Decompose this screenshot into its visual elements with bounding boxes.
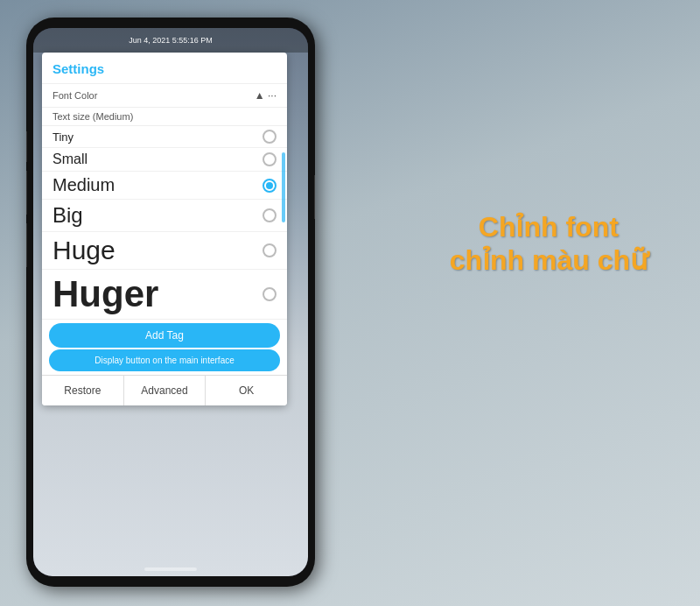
radio-huger [262,287,276,301]
status-bar-text: Jun 4, 2021 5:55:16 PM [129,36,213,45]
text-size-label: Text size (Medium) [42,108,287,126]
font-color-label: Font Color [52,90,97,101]
font-option-medium[interactable]: Medium [42,172,287,200]
font-color-row[interactable]: Font Color ▲ ··· [42,84,287,108]
phone-screen: Jun 4, 2021 5:55:16 PM Settings Font Col… [33,28,308,576]
font-small-label: Small [52,152,88,167]
font-huge-label: Huge [52,236,116,265]
font-huger-label: Huger [52,273,158,315]
annotation-block: Chỉnh font chỉnh màu chữ [450,210,648,277]
settings-title: Settings [42,53,287,84]
font-option-small[interactable]: Small [42,148,287,172]
radio-huge [262,243,276,257]
status-bar: Jun 4, 2021 5:55:16 PM [33,28,308,53]
font-option-huger[interactable]: Huger [42,270,287,320]
font-option-tiny[interactable]: Tiny [42,126,287,148]
camera-button [26,223,27,267]
annotation-line1: Chỉnh font [450,210,648,243]
settings-dialog: Settings Font Color ▲ ··· Text size (Med… [42,53,287,405]
volume-up-button [26,131,27,162]
restore-button[interactable]: Restore [42,376,123,405]
scroll-indicator [282,126,285,320]
power-button [314,175,315,219]
home-indicator [144,567,197,571]
font-color-icons: ▲ ··· [255,89,276,102]
radio-big [262,208,276,222]
dialog-action-buttons: Add Tag Display button on the main inter… [42,320,287,375]
font-tiny-label: Tiny [52,130,74,144]
dialog-footer: Restore Advanced OK [42,375,287,405]
display-button[interactable]: Display button on the main interface [49,349,280,371]
volume-down-button [26,171,27,215]
advanced-button[interactable]: Advanced [123,376,206,405]
radio-tiny [262,130,276,144]
scroll-thumb [282,152,285,222]
ok-button[interactable]: OK [205,376,287,405]
phone-shell: Jun 4, 2021 5:55:16 PM Settings Font Col… [26,18,315,587]
font-option-big[interactable]: Big [42,200,287,232]
font-options-list: Tiny Small Medium Big [42,126,287,320]
font-big-label: Big [52,203,83,228]
font-option-huge[interactable]: Huge [42,232,287,270]
add-tag-button[interactable]: Add Tag [49,323,280,348]
annotation-line2: chỉnh màu chữ [450,243,648,277]
font-medium-label: Medium [52,175,115,195]
radio-medium [262,179,276,193]
radio-small [262,152,276,166]
